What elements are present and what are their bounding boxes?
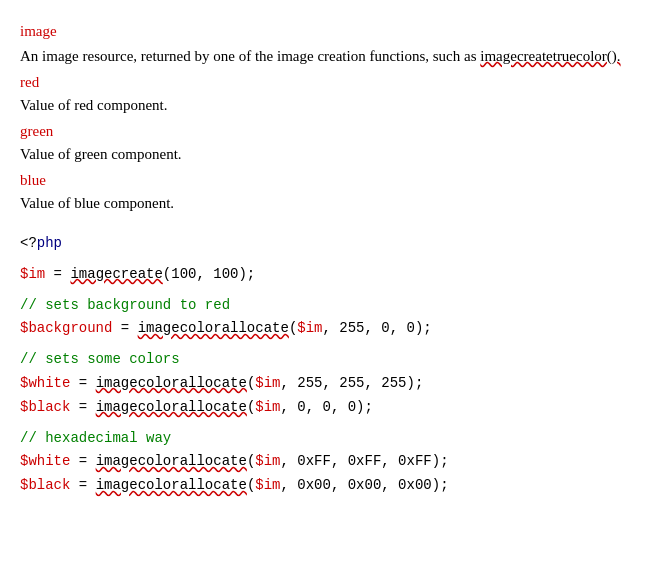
code-line-6: $black = imagecolorallocate($im, 0x00, 0… bbox=[20, 474, 642, 498]
imagecreatetruecolor-func: imagecreatetruecolor(). bbox=[480, 48, 620, 64]
var-white-2: $white bbox=[20, 453, 70, 469]
green-param-desc: Value of green component. bbox=[20, 143, 642, 166]
image-param-desc-line: An image resource, returned by one of th… bbox=[20, 45, 642, 68]
code-comment-2: // sets some colors bbox=[20, 348, 642, 372]
code-section: <?php $im = imagecreate(100, 100); // se… bbox=[20, 232, 642, 498]
php-keyword: php bbox=[37, 235, 62, 251]
fn-imagecolorallocate-5: imagecolorallocate bbox=[96, 477, 247, 493]
image-desc-text: An image resource, returned by one of th… bbox=[20, 48, 477, 64]
fn-imagecolorallocate-2: imagecolorallocate bbox=[96, 375, 247, 391]
red-param-desc: Value of red component. bbox=[20, 94, 642, 117]
code-line-2: $background = imagecolorallocate($im, 25… bbox=[20, 317, 642, 341]
var-im-ref-4: $im bbox=[255, 453, 280, 469]
var-im-ref-5: $im bbox=[255, 477, 280, 493]
var-background: $background bbox=[20, 320, 112, 336]
code-line-1: $im = imagecreate(100, 100); bbox=[20, 263, 642, 287]
code-open-tag: <?php bbox=[20, 232, 642, 256]
image-param-name: image bbox=[20, 20, 642, 43]
fn-imagecolorallocate-3: imagecolorallocate bbox=[96, 399, 247, 415]
var-black-2: $black bbox=[20, 477, 70, 493]
code-line-4: $black = imagecolorallocate($im, 0, 0, 0… bbox=[20, 396, 642, 420]
var-black-1: $black bbox=[20, 399, 70, 415]
blue-param-desc: Value of blue component. bbox=[20, 192, 642, 215]
fn-imagecolorallocate-4: imagecolorallocate bbox=[96, 453, 247, 469]
code-line-5: $white = imagecolorallocate($im, 0xFF, 0… bbox=[20, 450, 642, 474]
green-param-name: green bbox=[20, 120, 642, 143]
var-im-ref-3: $im bbox=[255, 399, 280, 415]
fn-imagecreate: imagecreate bbox=[70, 266, 162, 282]
var-im-ref-1: $im bbox=[297, 320, 322, 336]
red-param-name: red bbox=[20, 71, 642, 94]
doc-section: image An image resource, returned by one… bbox=[20, 20, 642, 214]
code-comment-3: // hexadecimal way bbox=[20, 427, 642, 451]
code-comment-1: // sets background to red bbox=[20, 294, 642, 318]
var-white-1: $white bbox=[20, 375, 70, 391]
code-line-3: $white = imagecolorallocate($im, 255, 25… bbox=[20, 372, 642, 396]
fn-imagecolorallocate-1: imagecolorallocate bbox=[138, 320, 289, 336]
var-im-ref-2: $im bbox=[255, 375, 280, 391]
var-im: $im bbox=[20, 266, 45, 282]
blue-param-name: blue bbox=[20, 169, 642, 192]
